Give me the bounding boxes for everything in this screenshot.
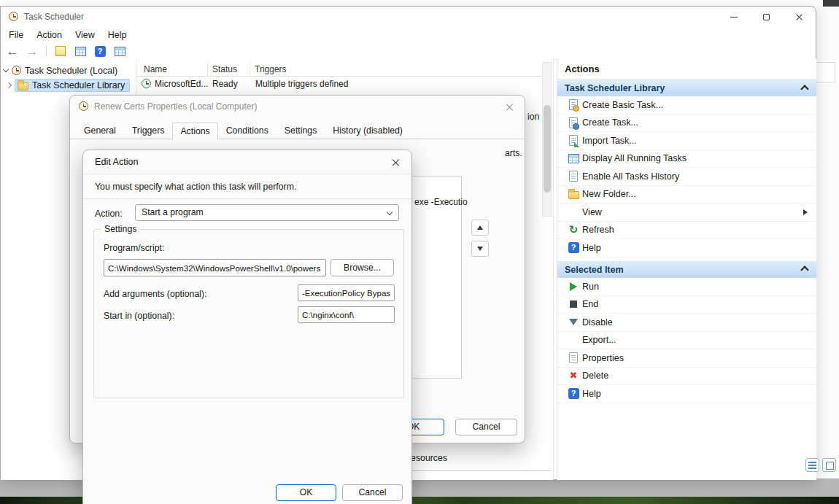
help-icon bbox=[568, 242, 579, 253]
action-display-all-running-tasks[interactable]: Display All Running Tasks bbox=[557, 150, 816, 168]
action-view[interactable]: View bbox=[557, 203, 816, 222]
layout-list-icon[interactable] bbox=[805, 458, 819, 472]
settings-group-label: Settings bbox=[101, 224, 140, 234]
pane-divider bbox=[398, 470, 552, 471]
action-help[interactable]: Help bbox=[557, 239, 816, 257]
menu-help[interactable]: Help bbox=[101, 28, 134, 42]
export-list-button[interactable] bbox=[53, 44, 68, 58]
action-properties[interactable]: Properties bbox=[557, 349, 816, 368]
close-icon[interactable] bbox=[390, 157, 402, 168]
collapse-section-button[interactable] bbox=[802, 264, 808, 275]
action-refresh[interactable]: Refresh bbox=[557, 222, 816, 240]
action-label: New Folder... bbox=[582, 189, 636, 199]
task-triggers: Multiple triggers defined bbox=[250, 79, 348, 89]
tree-item-task-scheduler-library[interactable]: Task Scheduler Library bbox=[7, 78, 130, 92]
program-script-input[interactable] bbox=[104, 259, 326, 276]
instruction-divider bbox=[83, 198, 411, 199]
move-up-button[interactable] bbox=[471, 220, 489, 236]
list-scrollbar[interactable] bbox=[542, 62, 552, 217]
column-status[interactable]: Status bbox=[208, 62, 250, 76]
collapse-section-button[interactable] bbox=[802, 83, 808, 94]
action-delete[interactable]: Delete bbox=[557, 368, 816, 386]
action-end[interactable]: End bbox=[557, 296, 816, 314]
action-disable[interactable]: Disable bbox=[557, 314, 816, 332]
tab-history[interactable]: History (disabled) bbox=[325, 122, 411, 139]
tab-conditions[interactable]: Conditions bbox=[218, 122, 277, 139]
action-help-selected[interactable]: Help bbox=[557, 385, 816, 403]
expander-right-icon[interactable] bbox=[6, 82, 12, 88]
minimize-button[interactable] bbox=[717, 7, 750, 27]
tab-triggers[interactable]: Triggers bbox=[124, 122, 173, 139]
section1-header-label: Task Scheduler Library bbox=[565, 83, 665, 93]
menu-view[interactable]: View bbox=[69, 28, 101, 42]
action-create-basic-task[interactable]: Create Basic Task... bbox=[557, 96, 816, 115]
tree-item-task-scheduler-local[interactable]: Task Scheduler (Local) bbox=[4, 63, 117, 77]
close-icon[interactable] bbox=[504, 101, 516, 113]
actions-panel-title: Actions bbox=[557, 59, 816, 80]
enable-history-icon bbox=[569, 171, 578, 182]
section2-header-label: Selected Item bbox=[565, 265, 624, 275]
properties-cancel-button[interactable]: Cancel bbox=[455, 419, 517, 435]
tree-selected-item[interactable]: Task Scheduler Library bbox=[15, 79, 130, 92]
task-row[interactable]: MicrosoftEd... Ready Multiple triggers d… bbox=[136, 77, 545, 90]
scrollbar-thumb[interactable] bbox=[544, 105, 551, 193]
section2-items: Run End Disable Export... Properties bbox=[557, 278, 816, 403]
move-down-button[interactable] bbox=[471, 241, 489, 257]
action-import-task[interactable]: Import Task... bbox=[557, 132, 816, 150]
action-new-folder[interactable]: New Folder... bbox=[557, 186, 816, 204]
chevron-up-icon bbox=[800, 85, 808, 93]
layout-grid-icon[interactable] bbox=[822, 458, 836, 472]
action-label: Run bbox=[582, 282, 599, 292]
export-list-icon bbox=[55, 46, 66, 56]
start-in-label: Start in (optional): bbox=[104, 311, 174, 321]
action-label: Display All Running Tasks bbox=[582, 153, 687, 163]
menu-action[interactable]: Action bbox=[30, 28, 69, 42]
browse-button[interactable]: Browse... bbox=[330, 259, 394, 276]
action-run[interactable]: Run bbox=[557, 278, 816, 296]
close-icon bbox=[795, 13, 803, 21]
add-arguments-input[interactable] bbox=[298, 284, 395, 301]
action-export[interactable]: Export... bbox=[557, 332, 816, 350]
delete-icon bbox=[570, 371, 578, 381]
column-name[interactable]: Name bbox=[136, 62, 208, 76]
edit-action-cancel-button[interactable]: Cancel bbox=[342, 484, 403, 501]
close-button[interactable] bbox=[783, 7, 816, 27]
menu-bar: File Action View Help bbox=[2, 27, 134, 43]
show-console-tree-button[interactable] bbox=[73, 44, 88, 58]
tree-library-label: Task Scheduler Library bbox=[32, 80, 125, 90]
background-text-fragment: ion bbox=[527, 112, 539, 122]
library-folder-icon bbox=[18, 82, 28, 90]
toolbar-help-button[interactable] bbox=[93, 44, 107, 58]
expander-down-icon[interactable] bbox=[3, 66, 9, 72]
maximize-button[interactable] bbox=[750, 7, 783, 27]
show-action-pane-button[interactable] bbox=[112, 44, 127, 58]
section-header-selected-item[interactable]: Selected Item bbox=[557, 261, 816, 278]
edit-action-ok-button[interactable]: OK bbox=[276, 484, 336, 501]
help-icon bbox=[568, 388, 579, 399]
action-create-task[interactable]: Create Task... bbox=[557, 115, 816, 133]
action-dropdown[interactable]: Start a program bbox=[135, 204, 399, 221]
action-label: Disable bbox=[582, 317, 613, 327]
action-label: Properties bbox=[582, 353, 624, 363]
action-label: Help bbox=[582, 389, 601, 399]
column-triggers[interactable]: Triggers bbox=[250, 62, 440, 76]
action-label: Enable All Tasks History bbox=[582, 171, 679, 182]
title-divider bbox=[83, 174, 411, 174]
action-enable-all-tasks-history[interactable]: Enable All Tasks History bbox=[557, 168, 816, 186]
forward-button[interactable] bbox=[25, 44, 39, 58]
tab-general[interactable]: General bbox=[76, 122, 124, 139]
add-arguments-label: Add arguments (optional): bbox=[104, 289, 207, 299]
dialog-icon bbox=[79, 101, 88, 111]
task-name: MicrosoftEd... bbox=[155, 79, 208, 89]
section-header-task-scheduler-library[interactable]: Task Scheduler Library bbox=[557, 80, 816, 96]
tab-actions[interactable]: Actions bbox=[172, 123, 217, 140]
action-label: Import Task... bbox=[582, 136, 637, 146]
chevron-down-icon bbox=[387, 209, 393, 215]
tab-settings[interactable]: Settings bbox=[277, 122, 325, 139]
action-label: Create Task... bbox=[582, 117, 638, 128]
toolbar-separator bbox=[46, 45, 47, 57]
tree-root-label: Task Scheduler (Local) bbox=[25, 66, 117, 76]
start-in-input[interactable] bbox=[298, 306, 395, 323]
back-button[interactable] bbox=[5, 44, 20, 58]
menu-file[interactable]: File bbox=[2, 28, 30, 42]
